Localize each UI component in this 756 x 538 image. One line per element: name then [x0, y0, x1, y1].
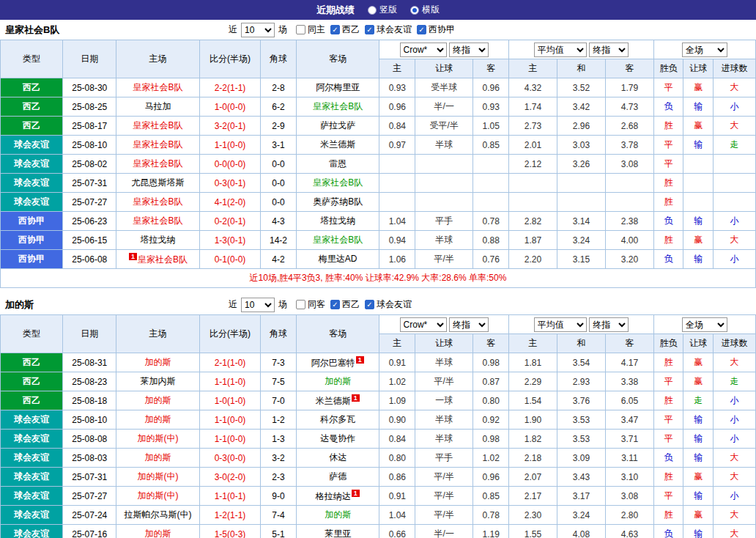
handicap-cell: 平手: [415, 449, 473, 468]
away-team-cell: 阿尔梅里亚: [296, 78, 379, 97]
odds-home-cell: 1.06: [379, 250, 415, 269]
match-row: 球会友谊25-07-27加的斯(中)1-1(0-1)9-0格拉纳达10.91平/…: [1, 487, 756, 506]
scope-select[interactable]: 全场: [682, 317, 727, 332]
filter-checkbox[interactable]: 西协甲: [417, 23, 455, 36]
bookmaker-select[interactable]: Crow*: [400, 43, 447, 57]
team-label: 尤昆恩斯塔斯: [132, 177, 185, 188]
date-cell: 25-06-15: [63, 231, 116, 250]
team-section-home: 皇家社会B队 近 10 场 同主西乙球会友谊西协甲 类型 日期 主场 比分(半场…: [0, 20, 756, 288]
score-cell: 0-0(0-0): [199, 155, 260, 174]
league-cell: 球会友谊: [1, 525, 63, 538]
filter-checkbox[interactable]: 球会友谊: [365, 23, 412, 36]
results-table: 类型 日期 主场 比分(半场) 角球 客场 Crow* 终指 平均值 终指 全场: [0, 314, 756, 538]
avg-away-cell: 3.38: [605, 372, 653, 391]
odds-away-cell: 0.85: [473, 487, 509, 506]
score-cell: 4-1(2-0): [199, 193, 260, 212]
date-cell: 25-08-10: [63, 136, 116, 155]
col-header-avg-away: 客: [605, 59, 653, 78]
goals-result-cell: 大: [714, 117, 756, 136]
col-header-handicap: 让球: [415, 59, 473, 78]
home-team-cell: 尤昆恩斯塔斯: [116, 174, 200, 193]
bookmaker-select[interactable]: Crow*: [400, 317, 447, 332]
goals-result-cell: 走: [714, 372, 756, 391]
league-cell: 球会友谊: [1, 136, 63, 155]
goals-result-cell: 大: [714, 468, 756, 487]
bookmaker-time-select[interactable]: 终指: [449, 317, 489, 332]
avg-home-cell: 2.82: [509, 212, 557, 231]
filter-checkbox[interactable]: 西乙: [330, 298, 360, 311]
radio-icon[interactable]: [410, 6, 419, 15]
score-cell: 1-1(1-0): [199, 372, 260, 391]
radio-icon[interactable]: [368, 6, 377, 15]
average-time-select[interactable]: 终指: [589, 43, 629, 57]
filter-checkbox[interactable]: 西乙: [330, 23, 360, 36]
recent-count-select[interactable]: 10: [241, 298, 275, 312]
checkbox-icon[interactable]: [296, 25, 305, 34]
team-label: 皇家社会B队: [133, 196, 183, 207]
team-label: 马拉加: [145, 101, 171, 111]
team-label: 格拉纳达: [316, 491, 351, 501]
team-label: 加的斯(中): [138, 490, 179, 501]
odds-away-cell: [473, 193, 509, 212]
scope-select[interactable]: 全场: [682, 43, 727, 57]
layout-radio-竖版[interactable]: 竖版: [368, 4, 397, 16]
average-time-select[interactable]: 终指: [589, 317, 629, 332]
checkbox-icon[interactable]: [365, 300, 374, 309]
checkbox-icon[interactable]: [330, 300, 340, 309]
layout-radio-横版[interactable]: 横版: [410, 4, 440, 16]
checkbox-icon[interactable]: [365, 25, 374, 34]
handicap-cell: 半/一: [415, 525, 473, 538]
home-team-cell: 加的斯(中): [116, 487, 200, 506]
handicap-result-cell: 赢: [683, 117, 714, 136]
match-row: 西协甲25-06-23皇家社会B队0-2(0-1)4-3塔拉戈纳1.04平手0.…: [1, 212, 756, 231]
odds-away-cell: 0.78: [473, 506, 509, 525]
league-cell: 西乙: [1, 391, 63, 410]
filter-checkbox[interactable]: 同客: [296, 298, 325, 311]
checkbox-icon[interactable]: [330, 25, 340, 34]
match-row: 球会友谊25-08-10加的斯1-1(0-0)1-2科尔多瓦0.90半球0.92…: [1, 410, 756, 430]
handicap-cell: 平/半: [415, 250, 473, 269]
page-title: 近期战绩: [316, 4, 355, 17]
recent-count-select[interactable]: 10: [241, 23, 275, 37]
home-team-cell: 加的斯: [116, 410, 200, 430]
date-cell: 25-08-17: [63, 117, 116, 136]
team-label: 休达: [329, 452, 346, 463]
match-filters: 近 10 场 同客西乙球会友谊: [229, 298, 412, 312]
average-select[interactable]: 平均值: [534, 43, 587, 57]
checkbox-icon[interactable]: [296, 300, 305, 309]
away-team-cell: 皇家社会B队: [296, 174, 379, 193]
league-cell: 西乙: [1, 97, 63, 117]
corners-cell: 0-0: [261, 174, 297, 193]
score-cell: 1-3(0-1): [199, 231, 260, 250]
away-team-cell: 格拉纳达1: [296, 487, 379, 506]
goals-result-cell: [714, 174, 756, 193]
red-card-badge: 1: [352, 394, 360, 402]
avg-draw-cell: 3.42: [557, 97, 605, 117]
filter-checkbox[interactable]: 同主: [296, 23, 325, 36]
avg-home-cell: 2.18: [509, 449, 557, 468]
checkbox-icon[interactable]: [417, 25, 426, 34]
avg-draw-cell: 3.26: [557, 155, 605, 174]
date-cell: 25-07-31: [63, 174, 116, 193]
date-cell: 25-06-08: [63, 250, 116, 269]
odds-home-cell: [379, 155, 415, 174]
score-cell: 1-1(0-0): [199, 136, 260, 155]
handicap-result-cell: [683, 193, 714, 212]
home-team-cell: 加的斯: [116, 391, 200, 410]
handicap-result-cell: 输: [683, 250, 714, 269]
avg-away-cell: 6.05: [605, 391, 653, 410]
score-cell: 2-1(1-0): [199, 353, 260, 372]
red-card-badge: 1: [352, 490, 360, 497]
avg-away-cell: 3.71: [605, 430, 653, 449]
filter-checkbox[interactable]: 球会友谊: [365, 298, 412, 311]
average-select[interactable]: 平均值: [534, 317, 587, 332]
odds-home-cell: [379, 193, 415, 212]
home-team-cell: 皇家社会B队: [116, 155, 200, 174]
corners-cell: 7-0: [261, 391, 297, 410]
avg-home-cell: 1.90: [509, 410, 557, 430]
date-cell: 25-08-18: [63, 391, 116, 410]
red-card-badge: 1: [356, 356, 364, 364]
goals-result-cell: 小: [714, 487, 756, 506]
bookmaker-time-select[interactable]: 终指: [449, 43, 489, 57]
avg-home-cell: 2.17: [509, 487, 557, 506]
